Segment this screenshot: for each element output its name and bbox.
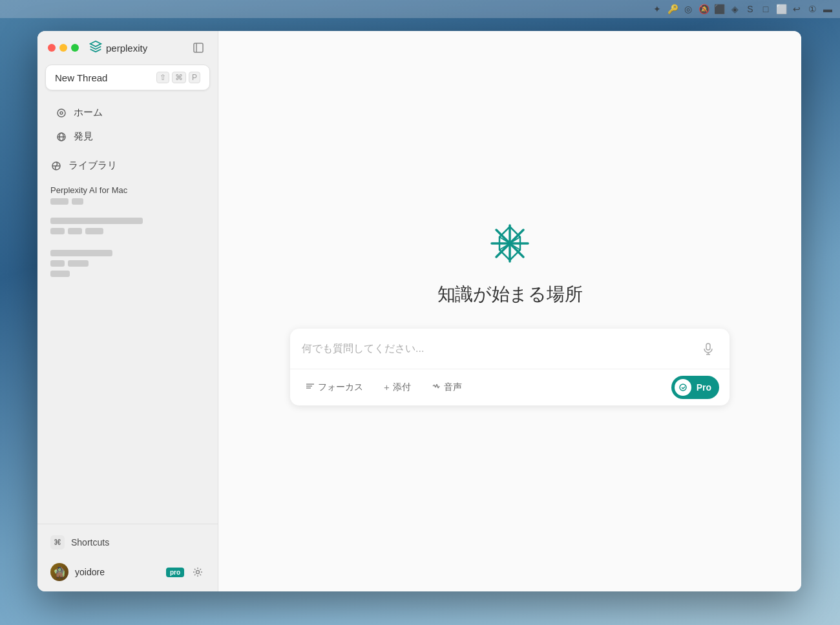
- maximize-button[interactable]: [71, 44, 79, 52]
- new-thread-label: New Thread: [55, 72, 107, 83]
- menubar-icon-1[interactable]: ✦: [651, 3, 663, 15]
- shortcut-p: P: [189, 72, 200, 83]
- username-label: yoidore: [75, 567, 160, 577]
- home-icon: [56, 107, 67, 119]
- library-header[interactable]: ライブラリ: [43, 154, 213, 178]
- svg-point-2: [58, 109, 65, 117]
- globe-icon: [56, 131, 67, 143]
- shortcut-shift: ⇧: [156, 72, 169, 83]
- svg-point-3: [60, 112, 63, 114]
- shortcut-cmd: ⌘: [172, 72, 186, 83]
- toolbar-right: Pro: [671, 376, 719, 399]
- menubar-icon-8[interactable]: □: [760, 3, 772, 15]
- menubar-icon-4[interactable]: 🔕: [698, 3, 709, 15]
- attach-label: 添付: [393, 382, 411, 393]
- nav-item-discover[interactable]: 発見: [43, 125, 213, 149]
- lib-tag-1: [50, 198, 68, 205]
- focus-label: フォーカス: [318, 382, 363, 393]
- menubar-icon-2[interactable]: 🔑: [667, 3, 678, 15]
- lib-item-title: Perplexity AI for Mac: [50, 185, 205, 195]
- app-title: perplexity: [106, 43, 147, 54]
- shortcuts-icon: ⌘: [50, 535, 65, 549]
- search-box: フォーカス + 添付: [290, 329, 730, 405]
- focus-button[interactable]: フォーカス: [300, 379, 368, 396]
- perplexity-logo-icon: [89, 40, 102, 56]
- search-input-area: [290, 329, 730, 369]
- shortcuts-label: Shortcuts: [71, 537, 109, 548]
- sidebar-bottom: ⌘ Shortcuts 🧌 yoidore pro: [37, 524, 218, 591]
- svg-rect-0: [194, 43, 203, 52]
- menubar-icon-6[interactable]: ◈: [729, 3, 740, 15]
- user-profile-button[interactable]: 🧌 yoidore pro: [43, 558, 213, 586]
- svg-point-9: [196, 571, 200, 574]
- placeholder-tag-2: [68, 228, 82, 234]
- search-toolbar: フォーカス + 添付: [290, 369, 730, 405]
- lib-item-tags: [50, 198, 205, 205]
- menubar-icon-7[interactable]: S: [744, 3, 756, 15]
- settings-icon[interactable]: [191, 565, 205, 579]
- hero-section: 知識が始まる場所: [437, 218, 583, 307]
- placeholder-title: [50, 250, 112, 256]
- menubar-icon-12[interactable]: ▬: [822, 3, 834, 15]
- nav-discover-label: 発見: [74, 130, 93, 143]
- library-icon: [50, 160, 62, 172]
- menubar-icon-10[interactable]: ↩: [791, 3, 803, 15]
- svg-line-28: [438, 386, 439, 388]
- nav-item-home[interactable]: ホーム: [43, 101, 213, 125]
- microphone-icon[interactable]: [698, 339, 718, 358]
- menubar-icon-9[interactable]: ⬜: [775, 3, 787, 15]
- hero-logo: [484, 218, 536, 269]
- new-thread-button[interactable]: New Thread ⇧ ⌘ P: [45, 65, 210, 90]
- voice-label: 音声: [444, 382, 462, 393]
- traffic-lights: [48, 44, 79, 52]
- svg-rect-18: [706, 343, 710, 350]
- placeholder-tag-2: [68, 260, 89, 267]
- search-input[interactable]: [302, 343, 692, 354]
- placeholder-tag-1: [50, 260, 65, 267]
- menubar-icon-3[interactable]: ◎: [682, 3, 694, 15]
- pro-badge: pro: [166, 568, 184, 577]
- minimize-button[interactable]: [59, 44, 67, 52]
- list-item[interactable]: Perplexity AI for Mac: [43, 180, 213, 210]
- app-window: perplexity New Thread ⇧ ⌘ P: [37, 31, 801, 591]
- placeholder-tag-3: [50, 271, 70, 277]
- voice-button[interactable]: 音声: [426, 379, 467, 396]
- titlebar: perplexity: [37, 31, 218, 65]
- main-content: 知識が始まる場所: [218, 31, 801, 591]
- placeholder-tag-1: [50, 228, 65, 234]
- menubar: ✦ 🔑 ◎ 🔕 ⬛ ◈ S □ ⬜ ↩ ① ▬: [0, 0, 840, 18]
- menubar-icon-11[interactable]: ①: [806, 3, 818, 15]
- shortcuts-button[interactable]: ⌘ Shortcuts: [43, 529, 213, 555]
- close-button[interactable]: [48, 44, 56, 52]
- attach-icon: +: [384, 382, 390, 393]
- attach-button[interactable]: + 添付: [379, 379, 416, 396]
- menubar-icon-5[interactable]: ⬛: [713, 3, 725, 15]
- new-thread-shortcut: ⇧ ⌘ P: [156, 72, 200, 83]
- voice-icon: [432, 382, 441, 393]
- library-label: ライブラリ: [68, 159, 117, 172]
- pro-toggle-label: Pro: [697, 382, 711, 393]
- library-items: Perplexity AI for Mac: [43, 178, 213, 287]
- avatar: 🧌: [50, 563, 68, 581]
- placeholder-tag-3: [85, 228, 103, 234]
- library-section: ライブラリ Perplexity AI for Mac: [37, 154, 218, 524]
- nav-section: ホーム 発見: [37, 96, 218, 154]
- pro-toggle-icon: [675, 379, 691, 396]
- list-item[interactable]: [43, 212, 213, 240]
- placeholder-tags: [50, 260, 205, 267]
- placeholder-title: [50, 218, 143, 224]
- lib-tag-2: [72, 198, 83, 205]
- svg-point-29: [680, 384, 686, 391]
- nav-home-label: ホーム: [74, 107, 103, 119]
- focus-icon: [306, 382, 315, 393]
- placeholder-tags: [50, 228, 205, 234]
- list-item[interactable]: [43, 245, 213, 282]
- sidebar-toggle-button[interactable]: [189, 39, 207, 57]
- sidebar: perplexity New Thread ⇧ ⌘ P: [37, 31, 218, 591]
- hero-title: 知識が始まる場所: [437, 282, 583, 307]
- pro-toggle-button[interactable]: Pro: [671, 376, 719, 399]
- logo-area: perplexity: [89, 40, 184, 56]
